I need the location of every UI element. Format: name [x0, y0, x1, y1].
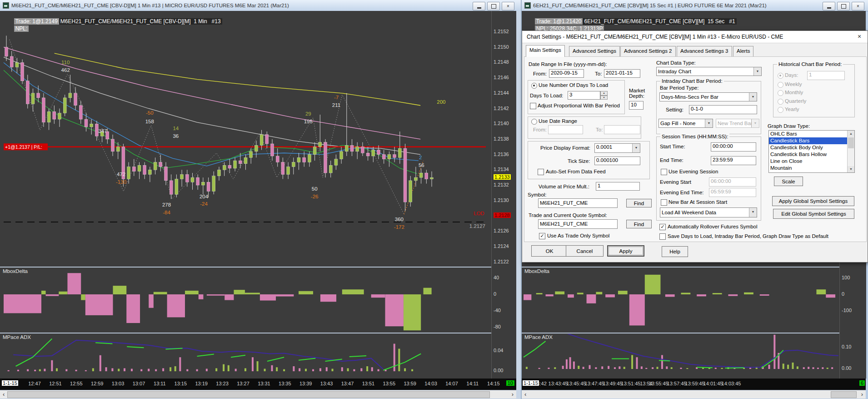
rollover-checkbox[interactable]: ✓	[659, 224, 666, 230]
tab-advanced-settings-2[interactable]: Advanced Settings 2	[620, 46, 676, 56]
spinner-down-icon[interactable]: ▼	[600, 96, 608, 100]
save-defaults-checkbox[interactable]	[659, 233, 666, 240]
scroll-left-icon[interactable]: ‹	[524, 391, 526, 398]
close-button[interactable]: ×	[852, 2, 864, 10]
price-display-format-combo[interactable]: 0.0001▼	[594, 143, 640, 153]
graph-type-option[interactable]: Candlestick Bars Hollow	[769, 151, 854, 158]
pace-scale-label: 0.04	[494, 348, 503, 353]
trade-quote-symbol-field[interactable]: M6EH21_FUT_CME	[538, 219, 618, 229]
evening-start-field[interactable]: 06:00:00	[709, 177, 756, 187]
use-as-trade-only-checkbox[interactable]: ✓	[539, 233, 545, 239]
minimize-button[interactable]	[473, 2, 485, 10]
start-time-field[interactable]: 00:00:00	[711, 142, 756, 152]
right-price-scale[interactable]: 1000-1000.100.00	[839, 256, 866, 379]
cancel-button[interactable]: Cancel	[566, 245, 604, 257]
right-time-axis[interactable]: 1-1-1513:4213:43:4513:45:4513:47:4513:49…	[522, 379, 866, 390]
maximize-button[interactable]	[487, 2, 500, 10]
hist-days-field[interactable]: 1	[807, 71, 845, 80]
hist-weekly-radio[interactable]	[778, 82, 783, 88]
bar-period-type-combo[interactable]: Days-Mins-Secs Per Bar▼	[659, 92, 757, 101]
edit-global-symbol-settings-button[interactable]: Edit Global Symbol Settings	[773, 209, 854, 219]
symbol-field[interactable]: M6EH21_FUT_CME	[538, 198, 618, 208]
pace-bar	[652, 367, 653, 369]
left-window-titlebar[interactable]: M6EH21_FUT_CME/M6EH21_FUT_CME [CBV-D][M]…	[0, 0, 521, 11]
chevron-down-icon[interactable]: ▼	[705, 119, 713, 127]
graph-draw-type-listbox[interactable]: OHLC BarsCandlestick BarsCandlestick Bod…	[768, 130, 855, 173]
minimize-button[interactable]	[823, 2, 835, 10]
graph-type-option[interactable]: OHLC Bars	[769, 131, 854, 137]
date-to-field[interactable]: 2021-01-15	[604, 69, 640, 78]
apply-global-symbol-settings-button[interactable]: Apply Global Symbol Settings	[772, 196, 854, 206]
graph-type-option[interactable]: Candlestick Body Only	[769, 144, 854, 151]
evening-end-time-field[interactable]: 05:59:59	[709, 188, 756, 197]
end-time-field[interactable]: 23:59:59	[711, 156, 756, 165]
pace-bar	[27, 369, 29, 371]
tick-size-field[interactable]: 0.000100	[594, 157, 640, 165]
new-trend-bar-combo[interactable]: New Trend Bar V▼	[716, 119, 759, 128]
tab-main-settings[interactable]: Main Settings	[526, 45, 565, 57]
dialog-close-button[interactable]: ×	[855, 33, 864, 41]
graph-type-option[interactable]: Candlestick Bars	[769, 137, 854, 144]
scroll-right-icon[interactable]: ›	[512, 391, 514, 398]
chart-data-type-combo[interactable]: Intraday Chart▼	[656, 67, 762, 76]
range-from-field[interactable]	[548, 125, 583, 134]
adjust-proportional-checkbox[interactable]	[530, 103, 536, 109]
help-button[interactable]: Help	[662, 246, 688, 257]
apply-button[interactable]: Apply	[607, 245, 644, 257]
date-from-field[interactable]: 2020-09-15	[549, 69, 584, 78]
gap-fill-combo[interactable]: Gap Fill - None▼	[658, 119, 713, 128]
left-h-scrollbar[interactable]: ‹ ›	[0, 390, 516, 399]
chevron-down-icon[interactable]: ▼	[749, 93, 757, 101]
use-date-range-radio[interactable]	[531, 119, 537, 125]
weekend-data-combo[interactable]: Load All Weekend Data▼	[660, 207, 757, 217]
scrollbar-thumb[interactable]	[848, 137, 854, 148]
find-symbol-button[interactable]: Find	[626, 199, 652, 207]
left-chart-area[interactable]: Trade: 1@1.2149M6EH21_FUT_CME/M6EH21_FUT…	[0, 11, 491, 379]
right-h-scrollbar[interactable]: ‹ ›	[522, 390, 866, 399]
graph-type-option[interactable]: Mountain	[769, 165, 854, 172]
volume-at-price-mult-field[interactable]: 1	[596, 182, 640, 191]
scrollbar-thumb[interactable]	[831, 391, 857, 398]
hist-quarterly-radio[interactable]	[778, 99, 783, 105]
scrollbar-thumb[interactable]	[7, 391, 490, 398]
auto-set-checkbox[interactable]	[538, 169, 544, 175]
hist-days-radio[interactable]	[778, 73, 783, 79]
left-price-scale[interactable]: 1.21521.21501.21481.21461.21441.21421.21…	[491, 11, 517, 379]
hist-yearly-radio[interactable]	[778, 107, 783, 113]
right-window-titlebar[interactable]: 6EH21_FUT_CME/M6EH21_FUT_CME [CBV][M] 15…	[522, 0, 868, 11]
pace-bar	[539, 368, 540, 369]
price-tick-label: 1.2142	[494, 106, 509, 111]
trade-quote-symbol-label: Trade and Current Quote Symbol:	[529, 212, 607, 218]
days-to-load-field[interactable]: 3	[568, 91, 600, 100]
graph-type-option[interactable]: Line on Close	[769, 158, 854, 165]
find-trade-symbol-button[interactable]: Find	[626, 220, 652, 228]
delta-bar	[404, 294, 421, 330]
scroll-left-icon[interactable]: ‹	[3, 391, 5, 398]
tab-advanced-settings[interactable]: Advanced Settings	[569, 46, 620, 56]
price-tick-label: 1.2124	[494, 243, 509, 249]
use-number-of-days-radio[interactable]	[531, 83, 537, 89]
scale-button[interactable]: Scale	[774, 177, 803, 186]
chevron-down-icon[interactable]: ▼	[749, 208, 757, 217]
range-to-field[interactable]	[604, 125, 640, 134]
chevron-down-icon[interactable]: ▼	[753, 67, 761, 76]
maximize-button[interactable]	[837, 2, 850, 10]
days-to-load-spinner[interactable]: ▲▼	[600, 91, 608, 100]
hist-monthly-radio[interactable]	[778, 90, 783, 96]
use-evening-session-checkbox[interactable]	[661, 169, 667, 175]
scroll-up-icon[interactable]: ▲	[848, 131, 854, 137]
spinner-up-icon[interactable]: ▲	[600, 91, 608, 96]
left-time-axis[interactable]: 1-1-1512:4712:5112:5512:5913:0313:0713:1…	[0, 379, 516, 390]
ok-button[interactable]: OK	[531, 245, 568, 257]
listbox-scrollbar[interactable]: ▲▼	[847, 131, 854, 172]
setting-field[interactable]: 0-1-0	[689, 105, 757, 114]
tab-alerts[interactable]: Alerts	[733, 46, 753, 56]
market-depth-field[interactable]: 10	[629, 101, 644, 110]
tab-advanced-settings-3[interactable]: Advanced Settings 3	[677, 46, 732, 56]
close-button[interactable]: ×	[502, 2, 514, 10]
dialog-titlebar[interactable]: Chart Settings - M6EH21_FUT_CME/M6EH21_F…	[522, 31, 868, 43]
new-bar-at-session-start-checkbox[interactable]	[661, 199, 667, 206]
chevron-down-icon[interactable]: ▼	[632, 144, 640, 152]
scroll-right-icon[interactable]: ›	[861, 391, 863, 398]
scroll-down-icon[interactable]: ▼	[848, 166, 854, 172]
